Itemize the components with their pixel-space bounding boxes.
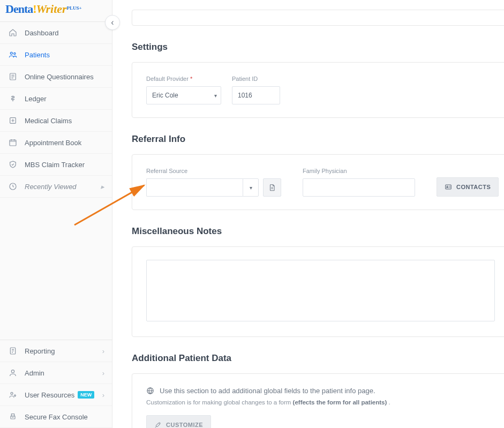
sidebar-item-label: Medical Claims	[25, 117, 72, 125]
sidebar-item-label: Appointment Book	[25, 139, 81, 147]
patient-id-label: Patient ID	[232, 76, 280, 82]
sidebar-item-user-resources[interactable]: User Resources NEW ›	[0, 384, 112, 406]
sidebar-item-label: Online Questionnaires	[25, 73, 94, 81]
sidebar-item-label: MBS Claim Tracker	[25, 161, 85, 169]
chevron-left-icon: ‹	[111, 18, 114, 27]
svg-point-0	[10, 52, 12, 54]
sidebar-item-patients[interactable]: Patients	[0, 44, 112, 66]
chevron-down-icon: ▾	[250, 185, 252, 191]
sidebar-item-label: Ledger	[25, 95, 46, 103]
referral-source-dropdown-button[interactable]: ▾	[243, 178, 259, 197]
app-logo: Denta!WriterPLUS+	[0, 0, 112, 22]
tools-icon	[154, 421, 162, 428]
sidebar: Denta!WriterPLUS+ Dashboard Patients Onl…	[0, 0, 112, 428]
notes-card	[132, 246, 504, 337]
sidebar-item-label: Secure Fax Console	[25, 413, 88, 421]
svg-point-8	[11, 392, 13, 394]
svg-point-13	[447, 186, 448, 187]
sidebar-item-label: Recently Viewed	[25, 183, 77, 191]
settings-card: Default Provider * ▾ Patient ID	[132, 62, 504, 118]
section-title-notes: Miscellaneous Notes	[132, 226, 504, 237]
contacts-button[interactable]: CONTACTS	[437, 177, 499, 197]
sidebar-item-label: Patients	[25, 51, 50, 59]
svg-rect-12	[446, 185, 452, 189]
main-content: Settings Default Provider * ▾ Patient ID…	[112, 0, 504, 428]
sidebar-item-medical-claims[interactable]: Medical Claims	[0, 110, 112, 132]
referral-document-button[interactable]	[263, 178, 281, 197]
sidebar-item-questionnaires[interactable]: Online Questionnaires	[0, 66, 112, 88]
additional-sub-line: Customization is for making global chang…	[146, 399, 495, 406]
contacts-icon	[445, 183, 452, 191]
chevron-right-icon: ›	[102, 391, 104, 399]
claims-icon	[7, 115, 18, 126]
misc-notes-textarea[interactable]	[146, 260, 495, 321]
svg-rect-11	[11, 414, 14, 416]
sidebar-item-mbs-claim-tracker[interactable]: MBS Claim Tracker	[0, 154, 112, 176]
referral-card: Referral Source ▾ Family Physician	[132, 154, 504, 210]
patient-id-input[interactable]	[232, 86, 280, 104]
svg-point-9	[14, 395, 16, 396]
patients-icon	[7, 49, 18, 60]
default-provider-label: Default Provider *	[146, 76, 221, 82]
admin-icon	[7, 367, 18, 378]
sidebar-item-label: Dashboard	[25, 29, 59, 37]
sidebar-item-recently-viewed[interactable]: Recently Viewed ▸	[0, 176, 112, 198]
section-title-referral: Referral Info	[132, 134, 504, 145]
sidebar-item-dashboard[interactable]: Dashboard	[0, 22, 112, 44]
report-icon	[7, 346, 18, 356]
referral-source-label: Referral Source	[146, 168, 281, 174]
document-icon	[268, 184, 276, 191]
chevron-right-icon: ▸	[101, 183, 104, 191]
sidebar-item-appointment-book[interactable]: Appointment Book	[0, 132, 112, 154]
referral-source-input[interactable]	[146, 178, 243, 197]
previous-card-bottom	[132, 10, 504, 26]
sidebar-collapse-button[interactable]: ‹	[105, 15, 120, 30]
clock-icon	[7, 181, 18, 192]
referral-source-field: Referral Source ▾	[146, 168, 281, 197]
sidebar-item-admin[interactable]: Admin ›	[0, 362, 112, 384]
patient-id-field: Patient ID	[232, 76, 280, 104]
home-icon	[7, 27, 18, 38]
additional-info-line: Use this section to add additional globa…	[146, 387, 495, 395]
svg-point-7	[11, 370, 14, 373]
family-physician-label: Family Physician	[303, 168, 415, 174]
fax-icon	[7, 411, 18, 422]
globe-icon	[146, 387, 154, 395]
default-provider-field: Default Provider * ▾	[146, 76, 221, 104]
sidebar-item-label: Reporting	[25, 347, 55, 355]
chevron-right-icon: ›	[102, 347, 104, 355]
new-badge: NEW	[78, 391, 94, 399]
sidebar-item-ledger[interactable]: Ledger	[0, 88, 112, 110]
svg-rect-4	[10, 140, 16, 146]
section-title-settings: Settings	[132, 42, 504, 52]
user-res-icon	[7, 389, 18, 400]
default-provider-select[interactable]	[146, 86, 221, 104]
sidebar-item-label: Admin	[25, 369, 44, 377]
sidebar-item-reporting[interactable]: Reporting ›	[0, 340, 112, 362]
family-physician-field: Family Physician	[303, 168, 415, 197]
section-title-additional: Additional Patient Data	[132, 353, 504, 364]
questionnaire-icon	[7, 71, 18, 82]
family-physician-input[interactable]	[303, 178, 415, 197]
sidebar-item-label: User Resources	[25, 391, 74, 399]
calendar-icon	[7, 137, 18, 148]
sidebar-item-secure-fax[interactable]: Secure Fax Console	[0, 406, 112, 428]
chevron-right-icon: ›	[102, 369, 104, 377]
ledger-icon	[7, 93, 18, 104]
svg-point-1	[14, 52, 16, 54]
customize-button[interactable]: CUSTOMIZE	[146, 415, 211, 428]
shield-icon	[7, 159, 18, 170]
additional-card: Use this section to add additional globa…	[132, 373, 504, 428]
